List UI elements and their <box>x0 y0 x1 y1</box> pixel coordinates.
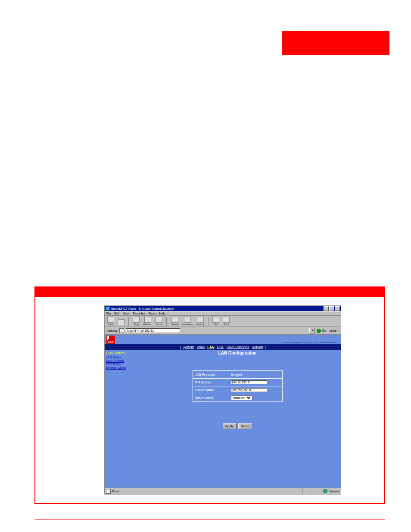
close-button[interactable]: × <box>335 306 340 311</box>
page-title: LAN Configuration <box>138 351 336 355</box>
status-page-icon <box>106 489 111 494</box>
sidebar-item-ethernet-mode[interactable]: Ethernet Mode <box>106 366 126 369</box>
menu-edit[interactable]: Edit <box>114 312 119 315</box>
stop-button[interactable]: Stop <box>133 317 140 326</box>
menu-tools[interactable]: Tools <box>149 312 156 315</box>
minimize-button[interactable]: _ <box>324 306 329 311</box>
sidebar-item-lan-setup[interactable]: LAN Setup <box>106 356 121 359</box>
print-button[interactable]: Print <box>223 317 230 326</box>
go-button[interactable]: Go <box>317 329 326 333</box>
home-button[interactable]: Home <box>156 317 162 326</box>
dhcp-client-label: DHCP Client <box>193 394 229 402</box>
nav-dsl[interactable]: DSL <box>217 345 224 349</box>
history-label: History <box>196 323 205 326</box>
page-content: ADC Web Management powered by Virata-EmW… <box>105 335 341 488</box>
main-nav: [ System WAN LAN DSL Save Changes Reboot… <box>105 344 341 350</box>
apply-button[interactable]: Apply <box>223 423 237 429</box>
nav-lan[interactable]: LAN <box>207 345 214 349</box>
window-titlebar: SmartDHCT Home - Microsoft Internet Expl… <box>105 306 341 311</box>
mail-label: Mail <box>214 323 218 326</box>
favorites-button[interactable]: Favorites <box>182 317 193 326</box>
toolbar: Back Stop Refresh Home Search Favorites … <box>105 316 341 327</box>
ip-address-label: IP Address <box>193 379 229 386</box>
search-label: Search <box>171 323 179 326</box>
adc-logo-text: ADC <box>108 341 114 343</box>
home-label: Home <box>156 323 162 326</box>
menu-view[interactable]: View <box>123 312 129 315</box>
go-label: Go <box>322 329 326 332</box>
lan-config-table: LAN Protocol Bridged IP Address Subnet M… <box>193 370 283 402</box>
search-icon <box>171 317 178 323</box>
search-button[interactable]: Search <box>171 317 179 326</box>
figure-header-left <box>35 287 59 297</box>
dhcp-client-select[interactable]: Disabled <box>231 395 252 400</box>
lan-protocol-label: LAN Protocol <box>193 371 229 379</box>
history-icon <box>197 317 204 323</box>
status-divider <box>302 489 311 493</box>
menu-favorites[interactable]: Favorites <box>133 312 145 315</box>
print-label: Print <box>224 323 229 326</box>
mail-button[interactable]: Mail <box>212 317 219 326</box>
main-panel: LAN Configuration LAN Protocol Bridged I… <box>134 350 341 488</box>
maximize-button[interactable]: □ <box>329 306 334 311</box>
toolbar-separator <box>128 317 129 326</box>
nav-system[interactable]: System <box>183 345 194 349</box>
print-icon <box>223 317 230 323</box>
adc-logo: ADC <box>106 336 115 344</box>
back-button[interactable]: Back <box>107 317 114 326</box>
status-bar: Done Internet <box>105 488 341 494</box>
favorites-label: Favorites <box>182 323 193 326</box>
back-label: Back <box>108 323 113 326</box>
address-input[interactable]: http://144.16.192.31 <box>126 328 180 333</box>
menu-help[interactable]: Help <box>159 312 165 315</box>
address-dropdown[interactable]: ▼ <box>309 328 315 333</box>
go-icon <box>317 329 321 333</box>
address-label: Address <box>106 329 118 332</box>
mail-icon <box>212 317 219 323</box>
nav-bracket-open: [ <box>180 345 181 349</box>
nav-save-changes[interactable]: Save Changes <box>227 345 249 349</box>
ie-icon <box>106 306 110 311</box>
internet-zone-icon <box>323 489 327 493</box>
toolbar-separator <box>166 317 167 326</box>
refresh-label: Refresh <box>143 323 152 326</box>
refresh-icon <box>144 317 151 323</box>
ip-address-input[interactable] <box>231 380 267 384</box>
toolbar-separator <box>208 317 209 326</box>
nav-reboot[interactable]: Reboot <box>252 345 263 349</box>
reset-button[interactable]: Reset <box>238 423 252 429</box>
window-title: SmartDHCT Home - Microsoft Internet Expl… <box>111 307 174 310</box>
status-divider <box>313 489 321 493</box>
sidebar-title: [ LAN Options ] <box>106 352 133 355</box>
forward-icon <box>118 319 125 325</box>
address-bar: Address http://144.16.192.31 ▼ Go Links … <box>105 327 341 335</box>
powered-by-text: Web Management powered by Virata-EmWeb™ <box>284 341 339 344</box>
forward-button[interactable] <box>118 319 125 326</box>
figure-container: SmartDHCT Home - Microsoft Internet Expl… <box>34 286 385 504</box>
lan-protocol-value: Bridged <box>229 371 282 379</box>
footer-rule <box>34 520 385 520</box>
header-red-block <box>282 31 389 55</box>
browser-window: SmartDHCT Home - Microsoft Internet Expl… <box>104 305 341 495</box>
stop-icon <box>133 317 140 323</box>
subnet-mask-label: Subnet Mask <box>193 386 229 394</box>
nav-wan[interactable]: WAN <box>197 345 205 349</box>
menu-bar: File Edit View Favorites Tools Help <box>105 311 341 316</box>
sidebar-item-dhcp-server[interactable]: DHCP Server <box>106 359 124 362</box>
figure-header-right <box>59 287 384 297</box>
stop-label: Stop <box>134 323 139 326</box>
back-icon <box>107 317 114 323</box>
refresh-button[interactable]: Refresh <box>143 317 152 326</box>
history-button[interactable]: History <box>196 317 205 326</box>
favorites-icon <box>184 317 191 323</box>
page-icon <box>119 328 124 333</box>
links-button[interactable]: Links » <box>328 329 339 332</box>
nav-bracket-close: ] <box>265 345 265 349</box>
home-icon <box>156 317 162 323</box>
subnet-mask-input[interactable] <box>231 388 267 392</box>
status-text: Done <box>112 490 119 493</box>
menu-file[interactable]: File <box>106 312 111 315</box>
sidebar-item-dns-relay[interactable]: DNS Relay <box>106 363 121 366</box>
status-zone: Internet <box>329 490 339 493</box>
sidebar: [ LAN Options ] LAN Setup DHCP Server DN… <box>105 350 134 488</box>
